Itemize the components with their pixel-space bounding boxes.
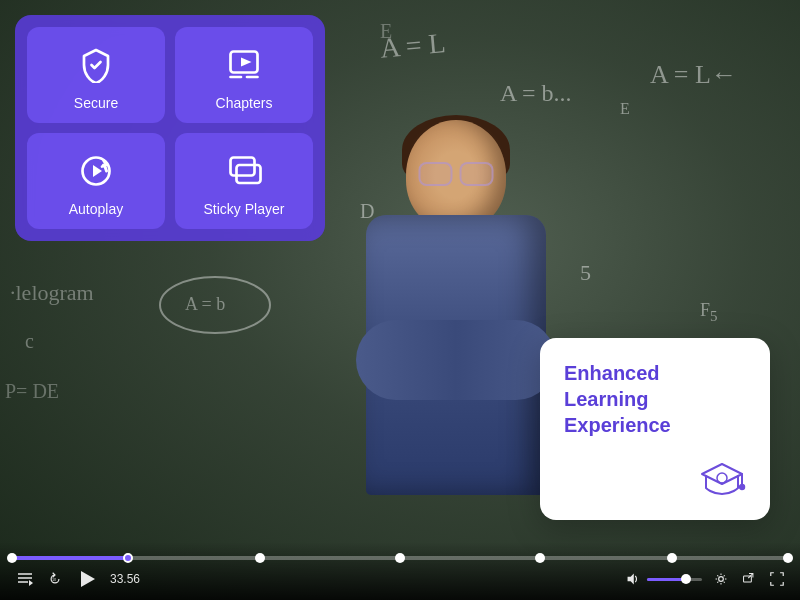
chapters-card[interactable]: Chapters bbox=[175, 27, 313, 123]
svg-point-0 bbox=[160, 277, 270, 333]
progress-area[interactable] bbox=[0, 556, 800, 560]
graduation-icon bbox=[698, 454, 746, 502]
feature-panel: Secure Chapters bbox=[15, 15, 325, 241]
svg-marker-10 bbox=[702, 464, 742, 484]
secure-card[interactable]: Secure bbox=[27, 27, 165, 123]
sticky-player-icon bbox=[222, 149, 266, 193]
chapter-dot-5 bbox=[667, 553, 677, 563]
chapter-dot-3 bbox=[395, 553, 405, 563]
learning-card: Enhanced Learning Experience bbox=[540, 338, 770, 520]
chapter-dot-1 bbox=[123, 553, 133, 563]
rewind-button[interactable]: 10 bbox=[46, 570, 64, 588]
fullscreen-icon bbox=[770, 572, 784, 586]
svg-rect-9 bbox=[237, 165, 261, 183]
playlist-button[interactable] bbox=[14, 568, 36, 590]
svg-marker-20 bbox=[628, 574, 634, 585]
controls-bar: 10 33.56 bbox=[0, 542, 800, 600]
chapter-dot-0 bbox=[7, 553, 17, 563]
autoplay-label: Autoplay bbox=[69, 201, 123, 217]
chapter-dot-2 bbox=[255, 553, 265, 563]
secure-label: Secure bbox=[74, 95, 118, 111]
share-button[interactable] bbox=[740, 570, 758, 588]
list-icon bbox=[16, 570, 34, 588]
play-button[interactable] bbox=[74, 566, 100, 592]
svg-point-12 bbox=[740, 485, 745, 490]
svg-point-13 bbox=[717, 473, 727, 483]
chapters-label: Chapters bbox=[216, 95, 273, 111]
chapter-dot-end bbox=[783, 553, 793, 563]
volume-button[interactable] bbox=[624, 570, 642, 588]
chapters-icon bbox=[222, 43, 266, 87]
svg-text:10: 10 bbox=[52, 577, 56, 582]
secure-icon bbox=[74, 43, 118, 87]
svg-marker-19 bbox=[81, 571, 95, 587]
video-player: A = L A = b... oid D 5 A = L← F5 E P= DE… bbox=[0, 0, 800, 600]
settings-icon bbox=[714, 572, 728, 586]
autoplay-icon bbox=[74, 149, 118, 193]
svg-point-21 bbox=[719, 577, 724, 582]
controls-row: 10 33.56 bbox=[0, 566, 800, 592]
progress-track[interactable] bbox=[12, 556, 788, 560]
volume-icon bbox=[626, 572, 640, 586]
svg-rect-8 bbox=[231, 158, 255, 176]
svg-marker-7 bbox=[93, 165, 102, 177]
chapter-dot-4 bbox=[535, 553, 545, 563]
learning-card-icon-container bbox=[564, 454, 746, 502]
volume-control[interactable] bbox=[624, 570, 702, 588]
play-icon bbox=[76, 568, 98, 590]
svg-text:A = b: A = b bbox=[185, 294, 225, 314]
learning-card-title: Enhanced Learning Experience bbox=[564, 360, 746, 438]
fullscreen-button[interactable] bbox=[768, 570, 786, 588]
sticky-player-label: Sticky Player bbox=[204, 201, 285, 217]
rewind-icon: 10 bbox=[48, 572, 62, 586]
sticky-player-card[interactable]: Sticky Player bbox=[175, 133, 313, 229]
autoplay-card[interactable]: Autoplay bbox=[27, 133, 165, 229]
settings-button[interactable] bbox=[712, 570, 730, 588]
svg-marker-3 bbox=[241, 58, 252, 67]
share-icon bbox=[742, 572, 756, 586]
svg-marker-17 bbox=[29, 580, 33, 586]
volume-thumb bbox=[681, 574, 691, 584]
progress-fill bbox=[12, 556, 128, 560]
volume-track[interactable] bbox=[647, 578, 702, 581]
time-display: 33.56 bbox=[110, 572, 145, 586]
